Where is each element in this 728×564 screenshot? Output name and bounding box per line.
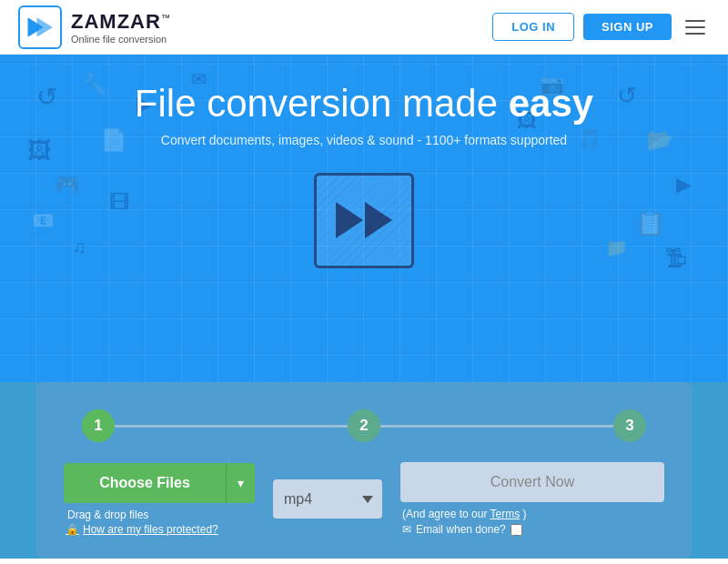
header: ZAMZAR™ Online file conversion LOG IN SI… — [0, 0, 728, 55]
deco-image: 🖼 — [27, 136, 51, 165]
deco-wrench: 🔧 — [82, 73, 106, 96]
hero-section: ↺ 🔧 ▶ ✉ 🖼 🎮 📧 📄 🎞 ♫ 📷 ↺ 📂 ▶ 📋 🎵 📁 🗜 🖼 Fi… — [0, 55, 728, 391]
play-sketch-box — [314, 173, 414, 268]
step-1-circle: 1 — [82, 409, 115, 442]
drag-drop-text: Drag & drop files — [64, 509, 148, 521]
buttons-row: Choose Files ▾ Drag & drop files 🔒 How a… — [64, 462, 664, 536]
step-3-circle: 3 — [613, 409, 646, 442]
agree-text: (And agree to our Terms ) — [400, 508, 527, 520]
signup-button[interactable]: SIGN UP — [583, 14, 672, 40]
deco-play-r: ▶ — [676, 173, 692, 196]
email-icon: ✉ — [402, 523, 411, 536]
protected-link[interactable]: 🔒 How are my files protected? — [64, 523, 218, 536]
email-row: ✉ Email when done? — [400, 523, 522, 536]
deco-refresh: ↺ — [36, 82, 57, 112]
deco-folder: 📂 — [646, 127, 673, 153]
terms-link[interactable]: Terms — [490, 508, 521, 520]
menu-line-2 — [685, 26, 705, 28]
deco-files: 📋 — [635, 209, 664, 237]
logo-text: ZAMZAR™ Online file conversion — [71, 10, 171, 45]
deco-letter: 📧 — [32, 209, 55, 231]
svg-marker-1 — [37, 18, 52, 36]
email-label: Email when done? — [416, 523, 506, 536]
menu-line-1 — [685, 20, 705, 22]
deco-music-note: ♫ — [73, 237, 86, 257]
format-select[interactable]: mp4 avi mov mp3 pdf jpg png doc — [273, 479, 382, 519]
email-checkbox[interactable] — [511, 524, 522, 536]
step-connector-1 — [115, 425, 348, 428]
hero-subtitle: Convert documents, images, videos & soun… — [161, 133, 567, 147]
deco-game: 🎮 — [55, 173, 79, 196]
deco-zip: 🗜 — [665, 246, 687, 271]
choose-files-wrap: Choose Files ▾ Drag & drop files 🔒 How a… — [64, 463, 255, 536]
deco-film: 🎞 — [109, 191, 129, 215]
logo-area: ZAMZAR™ Online file conversion — [18, 5, 171, 49]
center-play-icon — [309, 166, 419, 275]
menu-button[interactable] — [681, 15, 710, 39]
hero-title: File conversion made easy — [135, 82, 593, 126]
play-arrows — [336, 202, 392, 238]
header-nav: LOG IN SIGN UP — [492, 13, 710, 41]
convert-now-button[interactable]: Convert Now — [400, 462, 664, 502]
play-arrow-2 — [365, 202, 392, 238]
deco-refresh-r: ↺ — [617, 82, 637, 110]
choose-files-dropdown-button[interactable]: ▾ — [226, 463, 255, 503]
choose-files-btn-group: Choose Files ▾ — [64, 463, 255, 503]
lock-icon: 🔒 — [66, 523, 79, 536]
protected-link-text: How are my files protected? — [83, 523, 218, 536]
logo-icon — [18, 5, 62, 49]
conversion-panel: 1 2 3 Choose Files ▾ Drag & drop files 🔒… — [36, 382, 692, 559]
deco-folder2: 📁 — [605, 237, 628, 258]
logo-sub: Online file conversion — [71, 34, 171, 45]
logo-name: ZAMZAR™ — [71, 10, 171, 34]
play-arrow-1 — [336, 202, 363, 238]
deco-music: 🎵 — [578, 127, 601, 149]
login-button[interactable]: LOG IN — [492, 13, 574, 41]
choose-files-button[interactable]: Choose Files — [64, 463, 226, 503]
convert-wrap: Convert Now (And agree to our Terms ) ✉ … — [400, 462, 664, 536]
step-2-circle: 2 — [348, 409, 380, 442]
step-connector-2 — [380, 425, 613, 428]
format-wrap: mp4 avi mov mp3 pdf jpg png doc — [273, 479, 382, 519]
steps-row: 1 2 3 — [64, 409, 664, 442]
menu-line-3 — [685, 33, 705, 35]
deco-doc: 📄 — [100, 127, 127, 153]
dropdown-arrow-icon: ▾ — [238, 476, 244, 490]
